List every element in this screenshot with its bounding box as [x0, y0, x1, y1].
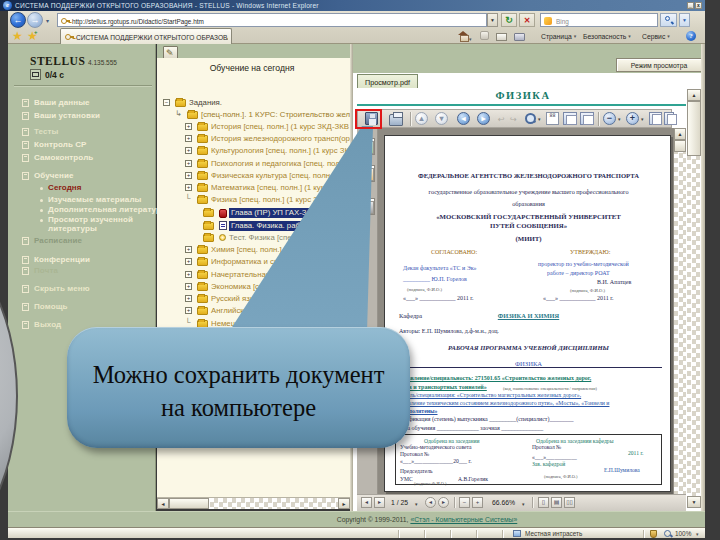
pdf-scroll-thumb[interactable] [674, 140, 686, 152]
page-scrollbar[interactable]: ▲ ▼ [687, 89, 701, 508]
forward-button[interactable]: → [27, 12, 43, 28]
sidebar-item[interactable]: Расписание [22, 236, 162, 247]
help-icon[interactable]: ? [686, 31, 696, 41]
sidebar-item[interactable]: Сегодня [22, 183, 162, 194]
tree-row-label[interactable]: Задания. [189, 98, 222, 108]
minimize-button[interactable]: _ [687, 2, 694, 9]
zoom-status-icon[interactable] [664, 530, 672, 538]
tree-expander-icon[interactable]: + [185, 307, 192, 314]
two-page-icon[interactable]: ▯▯ [564, 497, 575, 508]
tree-expander-icon[interactable]: + [185, 246, 192, 253]
tree-expander-icon[interactable]: + [185, 135, 192, 142]
search-box[interactable]: Bing [540, 13, 658, 27]
messages-icon[interactable] [30, 69, 41, 80]
prev-page-icon[interactable]: ▸ [374, 497, 385, 508]
zoom-in-dropdown[interactable]: ▾ [641, 116, 644, 122]
vendor-link[interactable]: «Стэл - Компьютерные Системы» [410, 516, 517, 523]
sidebar-item[interactable]: Ваши данные [22, 98, 162, 109]
tree-row[interactable]: +Психология и педагогика [спец. полн. [161, 158, 350, 170]
page-down-icon[interactable]: ▾ [435, 112, 448, 125]
add-favorite-icon[interactable]: ★+ [27, 30, 40, 42]
fit-width-icon[interactable] [649, 112, 662, 125]
tree-row[interactable]: +История [спец. полн.] (1 курс ЗКД-ЗКВ [161, 121, 350, 133]
page-up-icon[interactable]: ▴ [415, 112, 428, 125]
search-button[interactable] [660, 13, 677, 27]
sidebar-item[interactable]: Тесты [22, 127, 162, 138]
sidebar-item[interactable]: Помощь [22, 302, 162, 313]
tree-row[interactable]: +История железнодорожного трансп(ор [161, 133, 350, 145]
browser-tab[interactable]: СИСТЕМА ПОДДЕРЖКИ ОТКРЫТОГО ОБРАЗОВАН... [60, 28, 232, 44]
first-page-icon[interactable]: ◂ [361, 497, 372, 508]
sidebar-item[interactable]: Обучение [22, 171, 162, 182]
tree-expander-icon[interactable]: + [185, 271, 192, 278]
next-view-circle-icon[interactable]: ▸ [438, 497, 449, 508]
page-number-icon[interactable]: 88 [546, 112, 559, 125]
tree-row-label[interactable]: История [спец. полн.] (1 курс ЗКД-ЗКВ [211, 122, 349, 132]
fit-page-icon[interactable] [664, 112, 674, 125]
feeds-icon[interactable] [480, 31, 489, 40]
page-scroll-thumb[interactable] [687, 101, 701, 156]
address-bar[interactable]: http://stellus.rgotups.ru/Didactic/Start… [57, 13, 487, 27]
nav-left-icon[interactable]: ◂ [457, 112, 470, 125]
sidebar-item[interactable]: Просмотр изученной литературы [22, 215, 162, 226]
today-scroll-right[interactable]: ► [338, 498, 350, 509]
zoom-status[interactable]: 100% [675, 530, 691, 537]
favorites-star-icon[interactable]: ★ [12, 30, 25, 42]
tree-expander-icon[interactable]: + [185, 172, 192, 179]
sidebar-item[interactable]: Конференции [22, 255, 162, 266]
tree-expander-icon[interactable]: + [185, 258, 192, 265]
close-button[interactable]: x [695, 2, 702, 9]
address-dropdown-button[interactable]: ▼ [487, 13, 498, 27]
single-page-icon[interactable]: ▯ [538, 497, 549, 508]
history-dropdown-icon[interactable]: ▾ [46, 17, 49, 24]
tree-row[interactable]: +Культурология [спец. полн.] (1 курс ЗК [161, 145, 350, 157]
zoom-in-small-icon[interactable]: + [472, 497, 483, 508]
zoom-tool-dropdown[interactable]: ▾ [538, 116, 541, 122]
page-scroll-up[interactable]: ▲ [687, 89, 701, 101]
tree-row-label[interactable]: Физическая культура [спец. полн.] (1 [211, 171, 343, 181]
stop-button[interactable]: ✕ [519, 13, 535, 27]
tree-row-label[interactable]: Психология и педагогика [спец. полн. [211, 159, 346, 169]
tree-expander-icon[interactable]: + [185, 160, 192, 167]
page-view-icon[interactable] [563, 112, 577, 125]
prev-view-icon[interactable]: ↩ [498, 115, 505, 124]
today-hscrollbar[interactable]: ◄ ► [157, 497, 350, 509]
pdf-scrollbar[interactable]: ▲ ▼ [674, 128, 686, 538]
tree-expander-icon[interactable]: + [185, 123, 192, 130]
view-mode-button[interactable]: Режим просмотра [616, 58, 702, 72]
tree-expander-icon[interactable]: + [185, 147, 192, 154]
sidebar-item[interactable]: Ваши установки [22, 111, 162, 122]
mail-icon[interactable] [496, 33, 507, 41]
tree-row[interactable]: ↳[спец-полн.]. 1 КУРС: Строительство жел [161, 109, 350, 121]
tree-row-label[interactable]: [спец-полн.]. 1 КУРС: Строительство жел [201, 110, 350, 120]
zoom-out-icon[interactable]: − [603, 112, 616, 125]
sidebar-item[interactable]: Скрыть меню [22, 284, 162, 295]
sidebar-item[interactable]: Контроль СР [22, 140, 162, 151]
refresh-button[interactable]: ↻ [501, 13, 517, 27]
zoom-in-icon[interactable]: + [626, 112, 639, 125]
back-button[interactable]: ← [10, 12, 26, 28]
tree-expander-icon[interactable]: − [163, 99, 170, 106]
zoom-out-small-icon[interactable]: − [459, 497, 470, 508]
message-counter[interactable]: 0/4 с [45, 71, 64, 80]
tree-row[interactable]: +Физическая культура [спец. полн.] (1 [161, 170, 350, 182]
zoom-status-dropdown[interactable]: ▾ [696, 531, 699, 537]
printer-icon[interactable] [389, 114, 403, 126]
search-dropdown-button[interactable]: ▼ [679, 13, 690, 27]
sidebar-item[interactable]: Самоконтроль [22, 153, 162, 164]
prev-view-circle-icon[interactable]: ◂ [425, 497, 436, 508]
tree-expander-icon[interactable]: + [185, 184, 192, 191]
zoom-tool-icon[interactable] [524, 112, 536, 124]
viewer-tab[interactable]: Просмотр.pdf [357, 74, 418, 88]
tree-row[interactable]: −Задания. [161, 97, 350, 109]
tree-row-label[interactable]: Математика [спец. полн.] (1 курс З [211, 183, 336, 193]
next-view-icon[interactable]: ↪ [510, 115, 517, 124]
sidebar-item[interactable]: Почта [22, 266, 162, 277]
print-icon[interactable] [514, 33, 525, 41]
tree-row-label[interactable]: Культурология [спец. полн.] (1 курс ЗК [211, 146, 349, 156]
tree-expander-icon[interactable]: + [185, 283, 192, 290]
zoom-out-dropdown[interactable]: ▾ [618, 116, 621, 122]
page-scroll-down[interactable]: ▼ [687, 496, 701, 508]
continuous-page-icon[interactable]: ▤ [551, 497, 562, 508]
safety-menu[interactable]: Безопасность [583, 33, 631, 40]
